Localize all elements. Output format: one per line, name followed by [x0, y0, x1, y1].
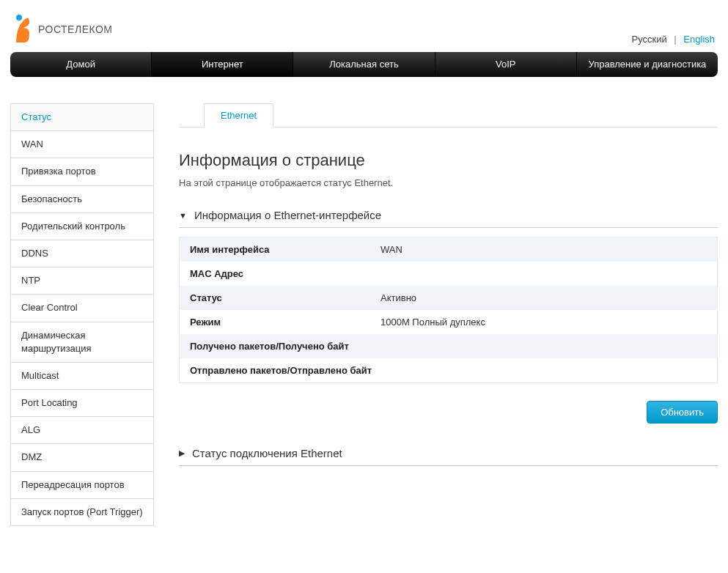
row-value	[451, 358, 717, 382]
sidebar-item-dynroute[interactable]: Динамическая маршрутизация	[11, 322, 153, 363]
table-row: Получено пакетов/Получено байт	[180, 334, 717, 358]
interface-table: Имя интерфейса WAN MAC Адрес Статус Акти…	[179, 237, 718, 383]
header: РОСТЕЛЕКОМ Русский | English	[10, 0, 718, 52]
table-row: Статус Активно	[180, 286, 717, 310]
tab-ethernet[interactable]: Ethernet	[204, 103, 273, 127]
row-label: Статус	[180, 286, 370, 310]
sidebar-item-parental[interactable]: Родительский контроль	[11, 213, 153, 240]
svg-point-0	[16, 15, 22, 21]
sidebar-item-clearcontrol[interactable]: Clear Control	[11, 295, 153, 322]
refresh-button[interactable]: Обновить	[647, 401, 718, 424]
page-title: Информация о странице	[179, 151, 718, 170]
sidebar-item-dmz[interactable]: DMZ	[11, 444, 153, 471]
page-desc: На этой странице отображается статус Eth…	[179, 177, 718, 188]
row-label: MAC Адрес	[180, 262, 370, 286]
sidebar-item-portfwd[interactable]: Переадресация портов	[11, 472, 153, 499]
content: Ethernet Информация о странице На этой с…	[179, 103, 718, 526]
row-label: Отправлено пакетов/Отправлено байт	[180, 358, 451, 382]
section-interface: ▼ Информация о Ethernet-интерфейсе Имя и…	[179, 203, 718, 424]
sidebar-item-multicast[interactable]: Multicast	[11, 363, 153, 390]
brand-logo: РОСТЕЛЕКОМ	[13, 13, 113, 45]
section-connection: ▶ Статус подключения Ethernet	[179, 441, 718, 466]
chevron-down-icon: ▼	[179, 211, 187, 220]
row-value: 1000M Полный дуплекс	[370, 310, 717, 334]
lang-current[interactable]: Русский	[631, 34, 666, 45]
sidebar-item-portloc[interactable]: Port Locating	[11, 390, 153, 417]
table-row: Режим 1000M Полный дуплекс	[180, 310, 717, 334]
sidebar: Статус WAN Привязка портов Безопасность …	[10, 103, 154, 526]
table-row: Имя интерфейса WAN	[180, 237, 717, 262]
sidebar-item-wan[interactable]: WAN	[11, 131, 153, 158]
sidebar-item-porttrigger[interactable]: Запуск портов (Port Trigger)	[11, 499, 153, 525]
sidebar-item-alg[interactable]: ALG	[11, 417, 153, 444]
sidebar-item-status[interactable]: Статус	[11, 104, 153, 131]
row-label: Режим	[180, 310, 370, 334]
section-connection-header[interactable]: ▶ Статус подключения Ethernet	[179, 441, 718, 466]
nav-voip[interactable]: VoIP	[435, 52, 577, 77]
row-label: Получено пакетов/Получено байт	[180, 334, 451, 358]
row-value	[370, 262, 717, 286]
sidebar-item-ntp[interactable]: NTP	[11, 267, 153, 295]
language-switcher: Русский | English	[631, 34, 715, 45]
nav-admin[interactable]: Управление и диагностика	[577, 52, 718, 77]
row-label: Имя интерфейса	[180, 237, 370, 262]
nav-lan[interactable]: Локальная сеть	[293, 52, 435, 77]
nav-home[interactable]: Домой	[10, 52, 152, 77]
section-interface-title: Информация о Ethernet-интерфейсе	[194, 209, 381, 221]
logo-icon	[13, 13, 34, 45]
top-nav: Домой Интернет Локальная сеть VoIP Управ…	[10, 52, 718, 77]
section-interface-header[interactable]: ▼ Информация о Ethernet-интерфейсе	[179, 203, 718, 228]
page-info: Информация о странице На этой странице о…	[179, 127, 718, 203]
row-value	[451, 334, 717, 358]
sidebar-item-portbind[interactable]: Привязка портов	[11, 158, 153, 185]
section-connection-title: Статус подключения Ethernet	[192, 447, 342, 459]
lang-other[interactable]: English	[683, 34, 715, 45]
row-value: WAN	[370, 237, 717, 262]
sidebar-item-security[interactable]: Безопасность	[11, 186, 153, 213]
actions: Обновить	[179, 401, 718, 424]
nav-internet[interactable]: Интернет	[152, 52, 293, 77]
brand-name: РОСТЕЛЕКОМ	[38, 23, 113, 35]
sidebar-item-ddns[interactable]: DDNS	[11, 240, 153, 267]
row-value: Активно	[370, 286, 717, 310]
tab-bar: Ethernet	[179, 103, 718, 127]
lang-sep: |	[674, 34, 676, 45]
table-row: Отправлено пакетов/Отправлено байт	[180, 358, 717, 382]
chevron-right-icon: ▶	[179, 448, 185, 458]
table-row: MAC Адрес	[180, 262, 717, 286]
